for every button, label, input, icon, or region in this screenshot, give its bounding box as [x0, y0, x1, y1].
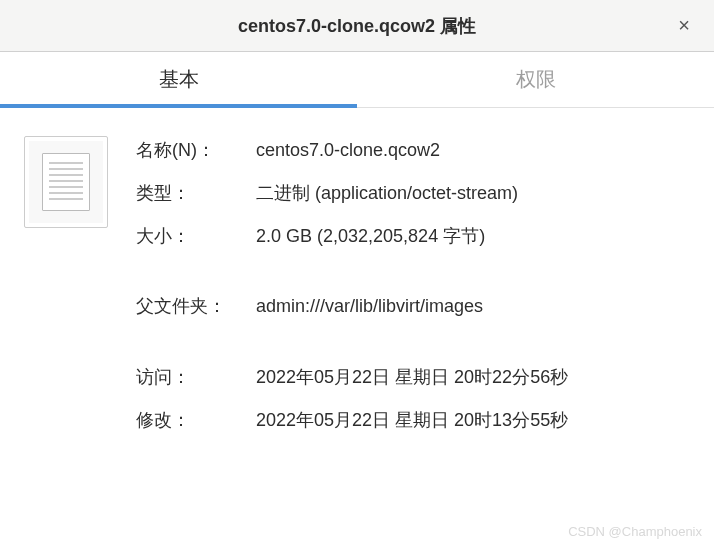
properties-list: 名称(N)： centos7.0-clone.qcow2 类型： 二进制 (ap… [124, 136, 690, 449]
modified-value: 2022年05月22日 星期日 20时13分55秒 [256, 406, 690, 435]
accessed-value: 2022年05月22日 星期日 20时22分56秒 [256, 363, 690, 392]
tab-basic[interactable]: 基本 [0, 52, 357, 107]
file-icon-container [24, 136, 124, 449]
type-label: 类型： [136, 179, 256, 208]
accessed-label: 访问： [136, 363, 256, 392]
size-label: 大小： [136, 222, 256, 251]
file-icon [24, 136, 108, 228]
property-row-name: 名称(N)： centos7.0-clone.qcow2 [136, 136, 690, 165]
close-button[interactable]: × [672, 14, 696, 38]
content-area: 名称(N)： centos7.0-clone.qcow2 类型： 二进制 (ap… [0, 108, 714, 473]
tabs-container: 基本 权限 [0, 52, 714, 108]
property-row-size: 大小： 2.0 GB (2,032,205,824 字节) [136, 222, 690, 251]
type-value: 二进制 (application/octet-stream) [256, 179, 690, 208]
name-label: 名称(N)： [136, 136, 256, 165]
watermark: CSDN @Champhoenix [568, 524, 702, 539]
tab-permissions[interactable]: 权限 [357, 52, 714, 107]
window-title: centos7.0-clone.qcow2 属性 [238, 14, 476, 38]
tab-basic-label: 基本 [159, 66, 199, 93]
parent-value: admin:///var/lib/libvirt/images [256, 292, 690, 321]
size-value: 2.0 GB (2,032,205,824 字节) [256, 222, 690, 251]
property-row-modified: 修改： 2022年05月22日 星期日 20时13分55秒 [136, 406, 690, 435]
tab-permissions-label: 权限 [516, 66, 556, 93]
parent-label: 父文件夹： [136, 292, 256, 321]
property-row-type: 类型： 二进制 (application/octet-stream) [136, 179, 690, 208]
property-row-parent: 父文件夹： admin:///var/lib/libvirt/images [136, 292, 690, 321]
document-icon [42, 153, 90, 211]
property-row-accessed: 访问： 2022年05月22日 星期日 20时22分56秒 [136, 363, 690, 392]
name-value: centos7.0-clone.qcow2 [256, 136, 690, 165]
modified-label: 修改： [136, 406, 256, 435]
titlebar: centos7.0-clone.qcow2 属性 × [0, 0, 714, 52]
